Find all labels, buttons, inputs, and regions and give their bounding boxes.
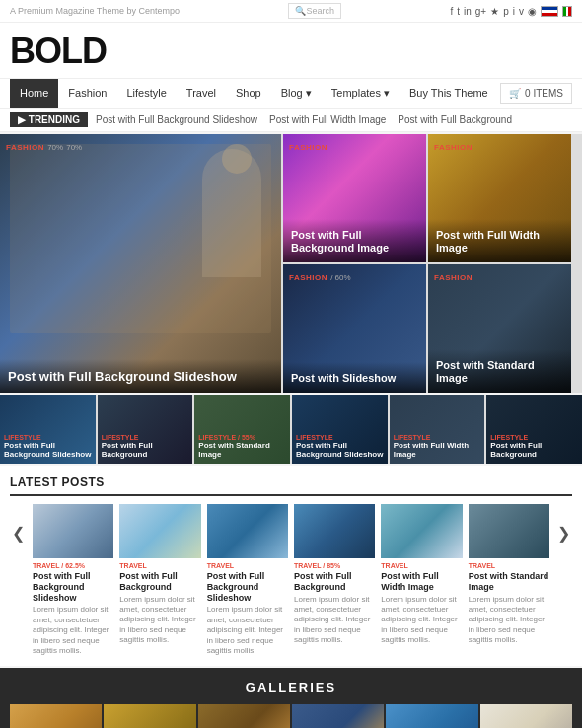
galleries-section: GALLERIES	[0, 668, 582, 728]
galleries-grid	[10, 704, 572, 728]
gallery-item-0[interactable]	[10, 704, 102, 728]
